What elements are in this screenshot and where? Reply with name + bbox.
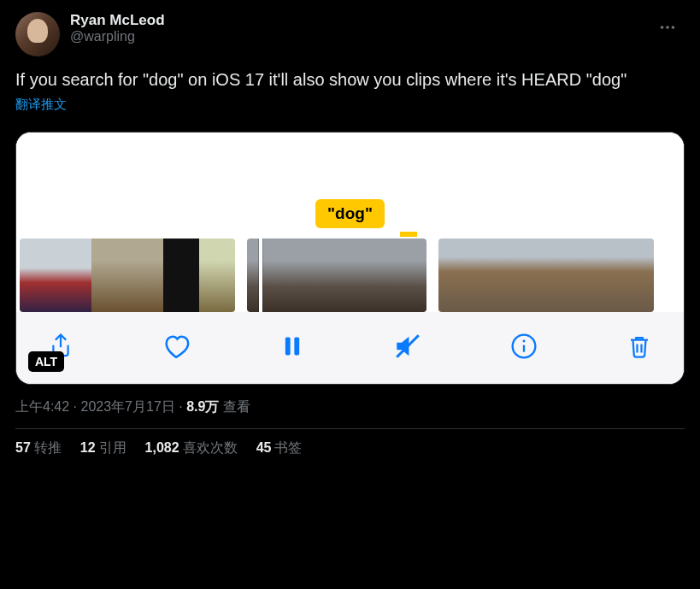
svg-rect-3 — [285, 338, 291, 356]
retweets-stat[interactable]: 57转推 — [15, 439, 62, 457]
clip-thumbnail — [438, 239, 474, 312]
pause-button[interactable] — [277, 331, 308, 362]
clip-group[interactable] — [20, 239, 235, 312]
clip-group[interactable] — [247, 239, 426, 312]
translate-link[interactable]: 翻译推文 — [15, 97, 67, 113]
volume-mute-icon — [393, 332, 422, 361]
svg-point-8 — [522, 340, 525, 343]
clip-thumbnail — [163, 239, 199, 312]
media-top-area: "dog" — [16, 133, 684, 239]
clip-thumbnail — [283, 239, 319, 312]
tweet-text: If you search for "dog" on iOS 17 it'll … — [15, 68, 685, 91]
delete-button[interactable] — [624, 331, 655, 362]
heart-icon — [162, 332, 191, 361]
quotes-stat[interactable]: 12引用 — [80, 439, 126, 457]
svg-point-1 — [666, 26, 669, 29]
clip-thumbnail — [391, 239, 426, 312]
info-button[interactable] — [509, 331, 539, 362]
search-tag-label: "dog" — [315, 199, 385, 228]
info-icon — [510, 333, 538, 360]
like-button[interactable] — [161, 331, 191, 362]
likes-stat[interactable]: 1,082喜欢次数 — [145, 439, 238, 457]
video-timeline[interactable] — [16, 239, 684, 312]
clip-thumbnail — [91, 239, 127, 312]
clip-thumbnail — [546, 239, 582, 312]
display-name[interactable]: Ryan McLeod — [70, 12, 165, 29]
mute-button[interactable] — [392, 331, 423, 362]
clip-thumbnail — [319, 239, 355, 312]
media-controls — [16, 312, 684, 384]
clip-thumbnail — [474, 239, 510, 312]
clip-thumbnail — [199, 239, 235, 312]
playhead[interactable] — [259, 239, 262, 312]
avatar[interactable] — [15, 12, 60, 56]
svg-point-2 — [672, 26, 675, 29]
clip-thumbnail — [510, 239, 546, 312]
tweet-meta: 上午4:42 · 2023年7月17日 · 8.9万 查看 — [15, 398, 685, 416]
tweet-stats: 57转推 12引用 1,082喜欢次数 45书签 — [15, 439, 685, 457]
svg-point-0 — [661, 26, 664, 29]
tweet-time[interactable]: 上午4:42 — [15, 399, 69, 414]
clip-thumbnail — [247, 239, 283, 312]
pause-icon — [280, 333, 304, 360]
trash-icon — [626, 333, 652, 360]
tweet-header: Ryan McLeod @warpling — [15, 12, 685, 56]
clip-thumbnail — [56, 239, 91, 312]
clip-thumbnail — [582, 239, 618, 312]
bookmarks-stat[interactable]: 45书签 — [256, 439, 303, 457]
tweet-date[interactable]: 2023年7月17日 — [80, 399, 174, 414]
views-count: 8.9万 — [186, 399, 219, 414]
clip-thumbnail — [618, 239, 654, 312]
clip-thumbnail — [20, 239, 56, 312]
alt-badge[interactable]: ALT — [28, 351, 64, 372]
user-info: Ryan McLeod @warpling — [70, 12, 165, 44]
more-horizontal-icon — [658, 18, 677, 37]
clip-thumbnail — [355, 239, 391, 312]
user-handle[interactable]: @warpling — [70, 29, 165, 44]
clip-thumbnail — [127, 239, 163, 312]
svg-rect-4 — [294, 338, 299, 356]
divider — [15, 428, 685, 429]
more-options-button[interactable] — [652, 12, 683, 43]
views-label: 查看 — [219, 399, 250, 414]
timeline-marker — [400, 232, 417, 237]
tweet-container: Ryan McLeod @warpling If you search for … — [0, 0, 700, 469]
media-attachment[interactable]: "dog" — [15, 132, 685, 385]
clip-group[interactable] — [438, 239, 654, 312]
